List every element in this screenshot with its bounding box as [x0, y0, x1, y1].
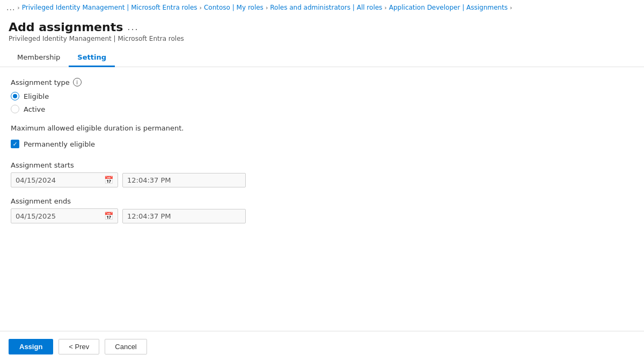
duration-note: Maximum allowed eligible duration is per… — [11, 124, 633, 132]
page-header: Add assignments ... Privileged Identity … — [0, 15, 644, 45]
breadcrumb: ... › Privileged Identity Management | M… — [0, 0, 644, 15]
assignment-ends-date-value: 04/15/2025 — [16, 212, 101, 220]
title-more-options[interactable]: ... — [127, 22, 138, 32]
eligible-radio-button[interactable] — [11, 92, 19, 100]
tab-setting[interactable]: Setting — [69, 49, 115, 67]
footer: Assign < Prev Cancel — [0, 331, 644, 362]
breadcrumb-sep-3: › — [384, 4, 386, 11]
permanently-eligible-label: Permanently eligible — [24, 140, 95, 148]
eligible-label: Eligible — [24, 92, 49, 100]
assignment-ends-calendar-icon[interactable]: 📅 — [104, 212, 113, 220]
permanently-eligible-checkbox[interactable]: ✓ — [11, 140, 19, 148]
active-label: Active — [24, 105, 45, 113]
breadcrumb-sep-2: › — [266, 4, 268, 11]
assignment-starts-group: Assignment starts 04/15/2024 📅 12:04:37 … — [11, 161, 633, 187]
breadcrumb-item-1[interactable]: Contoso | My roles — [204, 4, 264, 11]
checkmark-icon: ✓ — [12, 141, 17, 147]
assignment-type-info-icon[interactable]: i — [73, 78, 82, 86]
main-content: Assignment type i Eligible Active Maximu… — [0, 67, 644, 331]
breadcrumb-item-2[interactable]: Roles and administrators | All roles — [270, 4, 382, 11]
eligible-radio-item[interactable]: Eligible — [11, 92, 633, 100]
assignment-ends-group: Assignment ends 04/15/2025 📅 12:04:37 PM — [11, 197, 633, 223]
cancel-button[interactable]: Cancel — [105, 339, 147, 354]
breadcrumb-dots[interactable]: ... — [6, 3, 15, 12]
tab-membership[interactable]: Membership — [9, 49, 69, 67]
prev-button[interactable]: < Prev — [58, 339, 99, 354]
assignment-ends-date-input[interactable]: 04/15/2025 📅 — [11, 208, 118, 223]
page-title: Add assignments — [9, 20, 123, 34]
assignment-ends-time-input[interactable]: 12:04:37 PM — [122, 209, 246, 223]
breadcrumb-item-3[interactable]: Application Developer | Assignments — [389, 4, 508, 11]
breadcrumb-sep-1: › — [200, 4, 202, 11]
active-radio-button[interactable] — [11, 105, 19, 113]
breadcrumb-item-0[interactable]: Privileged Identity Management | Microso… — [22, 4, 197, 11]
assignment-starts-time-input[interactable]: 12:04:37 PM — [122, 173, 246, 187]
tabs: Membership Setting — [0, 45, 644, 67]
breadcrumb-sep-0: › — [17, 4, 19, 11]
assignment-starts-label: Assignment starts — [11, 161, 633, 169]
assignment-type-label: Assignment type — [11, 78, 70, 86]
permanently-eligible-checkbox-item[interactable]: ✓ Permanently eligible — [11, 140, 633, 148]
assign-button[interactable]: Assign — [9, 339, 53, 354]
assignment-type-section: Assignment type i — [11, 78, 633, 86]
assignment-starts-date-value: 04/15/2024 — [16, 176, 101, 184]
active-radio-item[interactable]: Active — [11, 105, 633, 113]
breadcrumb-sep-4: › — [510, 4, 512, 11]
page-subtitle: Privileged Identity Management | Microso… — [9, 35, 635, 42]
assignment-ends-field-row: 04/15/2025 📅 12:04:37 PM — [11, 208, 633, 223]
assignment-type-radio-group: Eligible Active — [11, 92, 633, 113]
assignment-starts-calendar-icon[interactable]: 📅 — [104, 176, 113, 184]
assignment-ends-label: Assignment ends — [11, 197, 633, 205]
assignment-starts-field-row: 04/15/2024 📅 12:04:37 PM — [11, 172, 633, 187]
assignment-starts-date-input[interactable]: 04/15/2024 📅 — [11, 172, 118, 187]
